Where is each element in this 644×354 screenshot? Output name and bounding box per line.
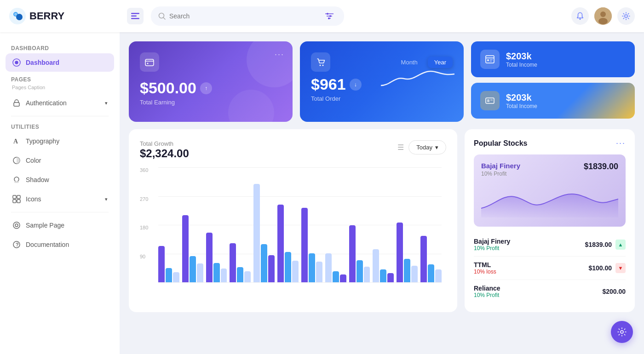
bar-group [182, 167, 203, 282]
bar [333, 271, 339, 283]
bar [277, 205, 284, 282]
chart-menu-icon[interactable]: ☰ [397, 143, 404, 152]
svg-point-3 [14, 13, 17, 16]
tab-month-button[interactable]: Month [395, 57, 424, 68]
tab-year-button[interactable]: Year [428, 57, 453, 68]
shadow-icon [12, 175, 21, 184]
section-dashboard: Dashboard [6, 41, 114, 53]
income-label-2: Total Income [506, 103, 537, 109]
settings-button[interactable] [617, 7, 635, 25]
bar [387, 273, 394, 282]
chevron-down-icon: ▾ [105, 100, 108, 106]
topbar-right [571, 7, 635, 25]
chart-title: Total Growth [140, 140, 189, 147]
sidebar-item-shadow[interactable]: Shadow [6, 171, 114, 189]
bar [190, 256, 196, 282]
sidebar-item-icons[interactable]: Icons ▾ [6, 190, 114, 208]
today-dropdown[interactable]: Today ▾ [408, 140, 446, 154]
stock-bajaj-price-area: $1839.00 ▲ [585, 240, 626, 250]
bar-group [230, 167, 251, 282]
sidebar-item-authentication[interactable]: Authentication ▾ [6, 94, 114, 112]
fab-settings[interactable] [611, 321, 633, 343]
earning-up-arrow: ↑ [200, 82, 212, 94]
stock-hero: Bajaj Finery 10% Profit $1839.00 [474, 154, 626, 227]
income-amount-2: $203k [506, 92, 537, 103]
sample-page-icon [12, 221, 21, 230]
stock-bajaj-profit: 10% Profit [474, 245, 510, 251]
bar [411, 266, 418, 282]
svg-rect-6 [131, 18, 139, 19]
svg-rect-4 [131, 13, 139, 14]
topbar: BERRY [0, 0, 644, 32]
income-amount-1: $203k [506, 51, 537, 62]
stock-ttml-price-area: $100.00 ▼ [588, 263, 626, 273]
bar-group [420, 167, 442, 282]
menu-button[interactable] [127, 8, 144, 24]
notification-button[interactable] [571, 7, 589, 25]
documentation-icon: ? [12, 240, 21, 249]
earning-card: ··· $500.00 ↑ Total Earning [129, 41, 293, 122]
svg-point-12 [327, 13, 328, 15]
bar [182, 215, 189, 282]
stocks-header: Popular Stocks ··· [474, 138, 626, 148]
svg-rect-29 [17, 195, 20, 199]
stock-ttml-name: TTML [474, 261, 496, 268]
stock-bajaj-name: Bajaj Finery [474, 238, 510, 245]
svg-rect-40 [486, 56, 494, 63]
bar [301, 208, 308, 282]
bar-group [158, 167, 179, 282]
svg-text:A: A [13, 138, 18, 145]
auth-icon [12, 98, 21, 108]
order-down-arrow: ↓ [350, 79, 362, 91]
stock-ttml-info: TTML 10% loss [474, 261, 496, 275]
avatar[interactable] [594, 7, 612, 25]
chart-title-area: Total Growth $2,324.00 [140, 140, 189, 160]
stock-hero-name: Bajaj Finery [481, 162, 520, 170]
income-icon-1 [480, 50, 500, 69]
bar [158, 246, 165, 282]
svg-point-37 [147, 63, 149, 64]
svg-point-14 [328, 17, 330, 19]
sidebar-item-documentation[interactable]: ? Documentation [6, 235, 114, 254]
dashboard-icon [12, 58, 21, 67]
bar [221, 268, 227, 282]
earning-card-more[interactable]: ··· [275, 50, 284, 59]
income-card-2: $203k Total Income [471, 83, 635, 119]
today-label: Today [416, 144, 432, 151]
order-tabs: Month Year [395, 57, 453, 68]
stocks-more-button[interactable]: ··· [616, 138, 626, 148]
chart-bars [158, 167, 442, 282]
sidebar-item-typography[interactable]: A Typography [6, 132, 114, 150]
bar [373, 249, 379, 282]
order-card: Month Year $961 ↓ Total Order [300, 41, 464, 122]
bar [197, 263, 203, 282]
svg-rect-44 [490, 61, 492, 62]
sidebar-label-icons: Icons [26, 195, 41, 203]
bar [285, 252, 291, 282]
cards-row: ··· $500.00 ↑ Total Earning [129, 41, 635, 122]
stock-ttml-price: $100.00 [588, 264, 612, 272]
stock-bajaj-trend-icon: ▲ [615, 240, 626, 250]
stock-hero-chart [481, 181, 618, 219]
svg-rect-47 [490, 99, 493, 101]
svg-point-19 [625, 15, 627, 17]
earning-amount: $500.00 ↑ [140, 79, 282, 97]
stock-bajaj-price: $1839.00 [585, 241, 612, 248]
bar-group [349, 167, 370, 282]
svg-rect-42 [487, 59, 489, 61]
stock-reliance-price-area: $200.00 [602, 288, 626, 295]
bar [325, 253, 332, 282]
sidebar-item-dashboard[interactable]: Dashboard [6, 53, 114, 72]
sidebar-item-color[interactable]: Color [6, 151, 114, 170]
svg-rect-43 [490, 59, 493, 60]
order-card-icon [311, 52, 330, 72]
stock-ttml-profit: 10% loss [474, 268, 496, 275]
bar [230, 243, 236, 283]
filter-button[interactable] [322, 9, 337, 23]
bar [268, 255, 275, 282]
sidebar-item-sample-page[interactable]: Sample Page [6, 216, 114, 234]
sidebar-label-sample: Sample Page [26, 222, 64, 229]
search-input[interactable] [169, 12, 318, 20]
search-bar [151, 6, 344, 26]
sidebar-divider [11, 116, 109, 116]
